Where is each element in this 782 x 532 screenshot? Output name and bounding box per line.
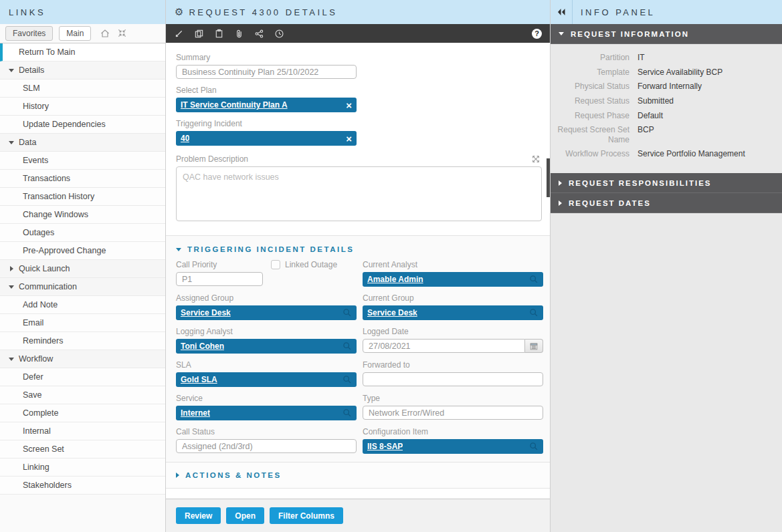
clear-icon[interactable]: × <box>346 100 352 110</box>
sidebar-item-save[interactable]: Save <box>0 386 165 404</box>
footer-button-bar: Review Open Filter Columns <box>166 499 550 532</box>
current-group-lookup[interactable]: Service Desk <box>363 305 543 320</box>
linked-outage-label: Linked Outage <box>285 260 337 269</box>
service-lookup[interactable]: Internet <box>176 406 357 420</box>
sidebar-item-linking[interactable]: Linking <box>0 458 165 477</box>
sidebar-item-slm[interactable]: SLM <box>0 80 165 98</box>
search-icon[interactable] <box>343 375 352 384</box>
search-icon[interactable] <box>529 442 539 451</box>
sidebar-item-events[interactable]: Events <box>0 152 165 170</box>
request-details-title: REQUEST 4300 DETAILS <box>189 7 337 17</box>
info-row: Workflow ProcessService Portfolio Manage… <box>551 149 782 159</box>
sidebar-item-screen-set[interactable]: Screen Set <box>0 440 165 458</box>
sidebar-item-reminders[interactable]: Reminders <box>0 332 165 350</box>
sidebar-item-internal[interactable]: Internal <box>0 422 165 440</box>
current-analyst-value: Amable Admin <box>367 275 423 284</box>
tab-favorites[interactable]: Favorites <box>5 26 53 41</box>
clock-icon[interactable] <box>274 29 284 39</box>
linked-outage-checkbox[interactable]: Linked Outage <box>271 260 337 269</box>
search-icon[interactable] <box>343 342 352 351</box>
sidebar-item-change-windows[interactable]: Change Windows <box>0 206 165 224</box>
problem-description-textarea[interactable]: QAC have network issues <box>176 166 542 221</box>
calendar-button[interactable] <box>525 339 543 353</box>
assigned-group-lookup[interactable]: Service Desk <box>176 305 357 320</box>
actions-notes-header[interactable]: ACTIONS & NOTES <box>166 462 550 488</box>
filter-columns-button[interactable]: Filter Columns <box>270 507 343 524</box>
sidebar-item-return-to-main[interactable]: Return To Main <box>0 43 165 61</box>
sidebar-item-complete[interactable]: Complete <box>0 404 165 422</box>
collapse-panel-icon[interactable] <box>551 8 572 16</box>
triggering-incident-value: 40 <box>181 134 189 143</box>
home-icon[interactable] <box>100 28 110 39</box>
logging-analyst-lookup[interactable]: Toni Cohen <box>176 339 357 354</box>
collapse-all-icon[interactable] <box>117 28 127 39</box>
triggering-incident-lookup[interactable]: 40 × <box>176 131 357 146</box>
sla-label: SLA <box>176 360 357 370</box>
triggering-incident-details-header[interactable]: TRIGGERING INCIDENT DETAILS <box>166 236 550 260</box>
copy-icon[interactable] <box>194 29 204 39</box>
logging-analyst-label: Logging Analyst <box>176 327 357 336</box>
sidebar-item-history[interactable]: History <box>0 98 165 116</box>
sidebar-group-quick-launch[interactable]: Quick Launch <box>0 260 165 278</box>
assigned-group-label: Assigned Group <box>176 293 357 303</box>
search-icon[interactable] <box>529 275 539 284</box>
info-row: Request StatusSubmitted <box>551 96 782 106</box>
select-plan-label: Select Plan <box>176 86 542 95</box>
info-row: PartitionIT <box>551 53 782 63</box>
info-panel-title: INFO PANEL <box>581 7 655 17</box>
attachment-icon[interactable] <box>234 29 244 39</box>
sidebar-item-add-note[interactable]: Add Note <box>0 296 165 314</box>
clear-icon[interactable]: × <box>346 134 352 144</box>
current-analyst-label: Current Analyst <box>363 260 543 269</box>
search-icon[interactable] <box>343 408 352 418</box>
tab-main[interactable]: Main <box>59 26 91 41</box>
sidebar-group-workflow[interactable]: Workflow <box>0 350 165 368</box>
expand-icon[interactable] <box>531 154 541 164</box>
current-analyst-lookup[interactable]: Amable Admin <box>363 272 543 287</box>
service-value: Internet <box>181 408 210 418</box>
sidebar-item-transactions[interactable]: Transactions <box>0 170 165 188</box>
type-input[interactable] <box>363 406 543 420</box>
request-dates-bar[interactable]: REQUEST DATES <box>551 193 782 213</box>
share-icon[interactable] <box>254 29 264 39</box>
configuration-item-lookup[interactable]: IIS 8-SAP <box>363 439 543 454</box>
forwarded-to-input[interactable] <box>363 372 543 386</box>
links-sidebar: LINKS Favorites Main Return To Main Deta… <box>0 0 165 532</box>
sidebar-group-communication[interactable]: Communication <box>0 278 165 296</box>
scrollbar-thumb[interactable] <box>547 158 550 197</box>
search-icon[interactable] <box>343 308 352 317</box>
sidebar-item-defer[interactable]: Defer <box>0 368 165 386</box>
request-responsibilities-bar[interactable]: REQUEST RESPONSIBILITIES <box>551 173 782 193</box>
triggering-incident-label: Triggering Incident <box>176 119 542 128</box>
search-icon[interactable] <box>529 308 539 317</box>
sidebar-item-transaction-history[interactable]: Transaction History <box>0 188 165 206</box>
summary-input[interactable] <box>176 65 357 79</box>
open-button[interactable]: Open <box>226 507 264 524</box>
links-header: LINKS <box>0 0 165 24</box>
help-icon[interactable]: ? <box>532 29 542 39</box>
call-priority-input[interactable] <box>176 272 263 286</box>
sidebar-group-data[interactable]: Data <box>0 134 165 152</box>
call-status-input[interactable] <box>176 439 357 453</box>
sidebar-item-stakeholders[interactable]: Stakeholders <box>0 477 165 495</box>
sidebar-item-email[interactable]: Email <box>0 314 165 332</box>
app-root: LINKS Favorites Main Return To Main Deta… <box>0 0 782 532</box>
pin-icon[interactable] <box>174 29 184 39</box>
request-information-bar[interactable]: REQUEST INFORMATION <box>551 24 782 44</box>
chevron-down-icon <box>559 32 564 35</box>
call-status-label: Call Status <box>176 427 357 436</box>
checkbox-icon[interactable] <box>271 260 280 269</box>
sidebar-group-details[interactable]: Details <box>0 61 165 80</box>
select-plan-lookup[interactable]: IT Service Continuity Plan A × <box>176 98 357 112</box>
sidebar-item-pre-approved-change[interactable]: Pre-Approved Change <box>0 242 165 260</box>
sla-lookup[interactable]: Gold SLA <box>176 372 357 387</box>
review-button[interactable]: Review <box>176 507 221 524</box>
clipboard-icon[interactable] <box>214 29 224 39</box>
logging-analyst-value: Toni Cohen <box>181 342 224 351</box>
call-priority-label: Call Priority <box>176 260 263 269</box>
sidebar-item-update-dependencies[interactable]: Update Dependencies <box>0 116 165 134</box>
chevron-right-icon <box>559 201 562 206</box>
chevron-right-icon <box>559 180 562 186</box>
sidebar-item-outages[interactable]: Outages <box>0 224 165 242</box>
logged-date-input[interactable] <box>363 339 525 353</box>
